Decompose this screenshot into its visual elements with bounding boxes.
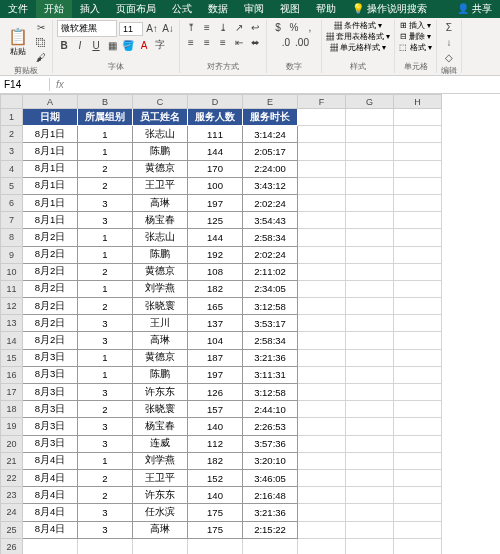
cell-C7[interactable]: 杨宝春 xyxy=(133,212,188,229)
cell-E23[interactable]: 2:16:48 xyxy=(243,487,298,504)
cell-D2[interactable]: 111 xyxy=(188,126,243,143)
row-header-26[interactable]: 26 xyxy=(1,538,23,554)
merge-icon[interactable]: ⬌ xyxy=(248,35,262,49)
cell-G21[interactable] xyxy=(346,452,394,469)
row-header-12[interactable]: 12 xyxy=(1,298,23,315)
cell-A15[interactable]: 8月3日 xyxy=(23,349,78,366)
cell-D13[interactable]: 137 xyxy=(188,315,243,332)
cell-B16[interactable]: 1 xyxy=(78,366,133,383)
row-header-5[interactable]: 5 xyxy=(1,177,23,194)
tab-review[interactable]: 审阅 xyxy=(236,0,272,18)
cell-B20[interactable]: 3 xyxy=(78,435,133,452)
cell-H26[interactable] xyxy=(394,538,442,554)
cell-B7[interactable]: 3 xyxy=(78,212,133,229)
cell-H21[interactable] xyxy=(394,452,442,469)
cell-C5[interactable]: 王卫平 xyxy=(133,177,188,194)
cell-E15[interactable]: 3:21:36 xyxy=(243,349,298,366)
fx-icon[interactable]: fx xyxy=(50,79,70,90)
cell-H16[interactable] xyxy=(394,366,442,383)
cell-D19[interactable]: 140 xyxy=(188,418,243,435)
cell-F18[interactable] xyxy=(298,401,346,418)
delete-button[interactable]: ⊟ 删除 ▾ xyxy=(400,31,431,42)
cell-G18[interactable] xyxy=(346,401,394,418)
cell-C11[interactable]: 刘学燕 xyxy=(133,280,188,297)
cell-F5[interactable] xyxy=(298,177,346,194)
cell-D17[interactable]: 126 xyxy=(188,384,243,401)
comma-icon[interactable]: , xyxy=(303,20,317,34)
row-header-6[interactable]: 6 xyxy=(1,194,23,211)
cell-E3[interactable]: 2:05:17 xyxy=(243,143,298,160)
cell-E6[interactable]: 2:02:24 xyxy=(243,194,298,211)
cell-G16[interactable] xyxy=(346,366,394,383)
cell-C6[interactable]: 高琳 xyxy=(133,194,188,211)
format-painter-icon[interactable]: 🖌 xyxy=(34,50,48,64)
row-header-11[interactable]: 11 xyxy=(1,280,23,297)
cell-G19[interactable] xyxy=(346,418,394,435)
indent-dec-icon[interactable]: ⇤ xyxy=(232,35,246,49)
cell-G15[interactable] xyxy=(346,349,394,366)
cell-C16[interactable]: 陈鹏 xyxy=(133,366,188,383)
cell-A7[interactable]: 8月1日 xyxy=(23,212,78,229)
cell-H8[interactable] xyxy=(394,229,442,246)
row-header-4[interactable]: 4 xyxy=(1,160,23,177)
cell-E17[interactable]: 3:12:58 xyxy=(243,384,298,401)
row-header-9[interactable]: 9 xyxy=(1,246,23,263)
col-header-G[interactable]: G xyxy=(346,95,394,109)
align-center-icon[interactable]: ≡ xyxy=(200,35,214,49)
cell-E16[interactable]: 3:11:31 xyxy=(243,366,298,383)
cell-C17[interactable]: 许东东 xyxy=(133,384,188,401)
cell-B9[interactable]: 1 xyxy=(78,246,133,263)
cell-F9[interactable] xyxy=(298,246,346,263)
cell-C4[interactable]: 黄德京 xyxy=(133,160,188,177)
cell-G4[interactable] xyxy=(346,160,394,177)
row-header-1[interactable]: 1 xyxy=(1,109,23,126)
cell-F23[interactable] xyxy=(298,487,346,504)
cell-B14[interactable]: 3 xyxy=(78,332,133,349)
cell-G7[interactable] xyxy=(346,212,394,229)
cell-A5[interactable]: 8月1日 xyxy=(23,177,78,194)
paste-button[interactable]: 📋粘贴 xyxy=(4,25,32,59)
row-header-14[interactable]: 14 xyxy=(1,332,23,349)
row-header-23[interactable]: 23 xyxy=(1,487,23,504)
tab-home[interactable]: 开始 xyxy=(36,0,72,18)
border-icon[interactable]: ▦ xyxy=(105,38,119,52)
cell-H22[interactable] xyxy=(394,469,442,486)
cell-F22[interactable] xyxy=(298,469,346,486)
cell-B5[interactable]: 2 xyxy=(78,177,133,194)
cell-E4[interactable]: 2:24:00 xyxy=(243,160,298,177)
cell-E18[interactable]: 2:44:10 xyxy=(243,401,298,418)
cell-H12[interactable] xyxy=(394,298,442,315)
cell-H10[interactable] xyxy=(394,263,442,280)
copy-icon[interactable]: ⿻ xyxy=(34,35,48,49)
cell-F15[interactable] xyxy=(298,349,346,366)
cell-A6[interactable]: 8月1日 xyxy=(23,194,78,211)
cell-D6[interactable]: 197 xyxy=(188,194,243,211)
cell-B10[interactable]: 2 xyxy=(78,263,133,280)
cell-D16[interactable]: 197 xyxy=(188,366,243,383)
cell-E13[interactable]: 3:53:17 xyxy=(243,315,298,332)
cell-E20[interactable]: 3:57:36 xyxy=(243,435,298,452)
underline-icon[interactable]: U xyxy=(89,38,103,52)
cell-A11[interactable]: 8月2日 xyxy=(23,280,78,297)
cell-E19[interactable]: 2:26:53 xyxy=(243,418,298,435)
format-button[interactable]: ⬚ 格式 ▾ xyxy=(399,42,431,53)
cell-G9[interactable] xyxy=(346,246,394,263)
cut-icon[interactable]: ✂ xyxy=(34,20,48,34)
cell-C18[interactable]: 张晓寰 xyxy=(133,401,188,418)
col-header-H[interactable]: H xyxy=(394,95,442,109)
cell-D9[interactable]: 192 xyxy=(188,246,243,263)
row-header-2[interactable]: 2 xyxy=(1,126,23,143)
cell-C24[interactable]: 任水滨 xyxy=(133,504,188,521)
bold-icon[interactable]: B xyxy=(57,38,71,52)
cell-A24[interactable]: 8月4日 xyxy=(23,504,78,521)
cell-F10[interactable] xyxy=(298,263,346,280)
formula-input[interactable] xyxy=(70,84,500,86)
cell-styles-button[interactable]: ▦ 单元格样式 ▾ xyxy=(330,42,386,53)
cell-B11[interactable]: 1 xyxy=(78,280,133,297)
dec-dec-icon[interactable]: .00 xyxy=(295,35,309,49)
cell-C13[interactable]: 王川 xyxy=(133,315,188,332)
clear-icon[interactable]: ◇ xyxy=(442,50,456,64)
cell-G12[interactable] xyxy=(346,298,394,315)
cell-D26[interactable] xyxy=(188,538,243,554)
insert-button[interactable]: ⊞ 插入 ▾ xyxy=(400,20,431,31)
